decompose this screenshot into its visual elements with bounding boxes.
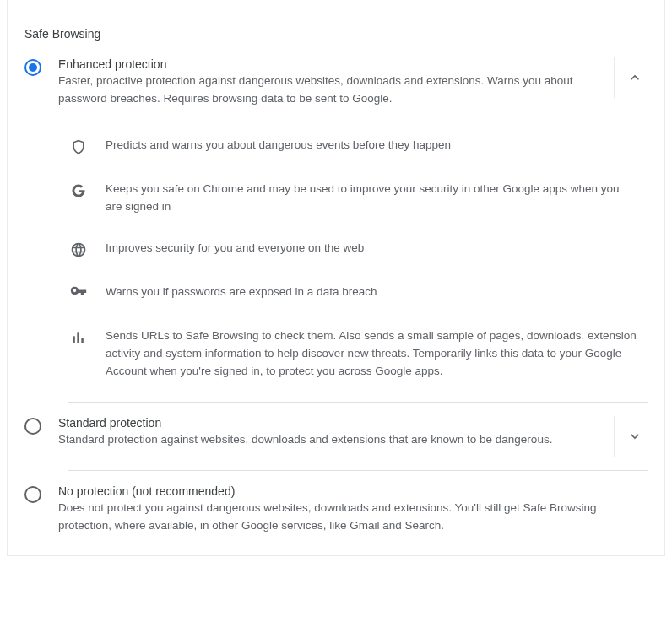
option-none[interactable]: No protection (not recommended) Does not… [8,478,664,542]
option-title: Enhanced protection [58,57,593,71]
option-description: Faster, proactive protection against dan… [58,73,593,108]
option-body: No protection (not recommended) Does not… [41,484,654,535]
safe-browsing-card: Safe Browsing Enhanced protection Faster… [7,0,665,556]
detail-text: Sends URLs to Safe Browsing to check the… [89,327,637,381]
section-title: Safe Browsing [8,0,664,51]
divider [68,470,648,471]
detail-text: Keeps you safe on Chrome and may be used… [89,181,637,216]
detail-item: Warns you if passwords are exposed in a … [68,272,648,316]
option-description: Does not protect you against dangerous w… [58,500,641,535]
option-enhanced[interactable]: Enhanced protection Faster, proactive pr… [8,51,664,115]
detail-item: Improves security for you and everyone o… [68,228,648,272]
detail-text: Predicts and warns you about dangerous e… [89,137,637,154]
radio-none[interactable] [24,486,41,503]
option-standard[interactable]: Standard protection Standard protection … [8,409,664,463]
shield-icon [68,137,89,157]
option-description: Standard protection against websites, do… [58,431,593,449]
detail-item: Sends URLs to Safe Browsing to check the… [68,316,648,392]
chevron-down-icon [626,428,643,445]
expand-toggle-standard[interactable] [614,416,654,457]
svg-rect-0 [73,336,75,343]
globe-icon [68,240,89,260]
chevron-up-icon [626,69,643,86]
detail-text: Warns you if passwords are exposed in a … [89,284,637,301]
enhanced-details: Predicts and warns you about dangerous e… [8,115,664,396]
option-body: Enhanced protection Faster, proactive pr… [41,57,607,108]
option-title: No protection (not recommended) [58,484,641,498]
google-icon [68,181,89,201]
detail-item: Predicts and warns you about dangerous e… [68,125,648,169]
svg-rect-2 [81,338,84,343]
key-icon [68,284,89,304]
radio-enhanced[interactable] [24,59,41,76]
option-body: Standard protection Standard protection … [41,416,607,449]
option-title: Standard protection [58,416,593,430]
bars-icon [68,327,89,348]
radio-standard[interactable] [24,418,41,435]
divider [68,402,648,403]
detail-text: Improves security for you and everyone o… [89,240,637,257]
expand-toggle-enhanced[interactable] [614,57,654,98]
svg-rect-1 [77,332,79,343]
detail-item: Keeps you safe on Chrome and may be used… [68,169,648,228]
